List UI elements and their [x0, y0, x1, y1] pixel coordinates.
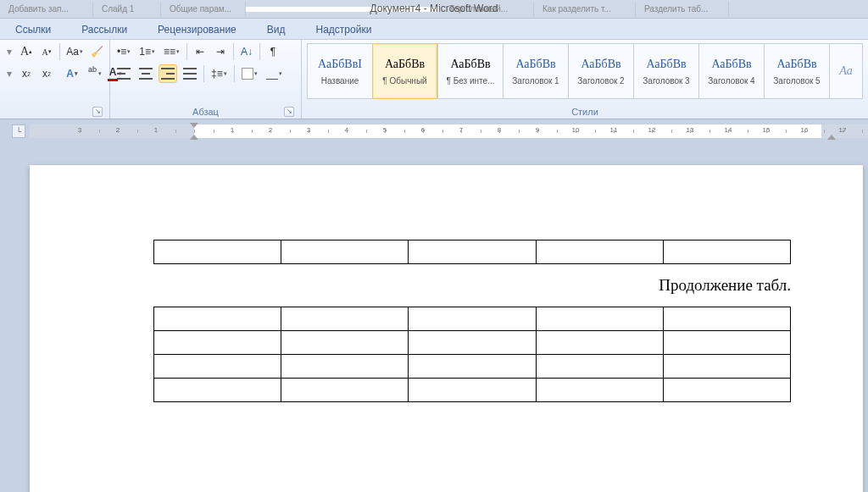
table-cell[interactable]: [409, 240, 536, 264]
document-table-1[interactable]: [153, 240, 791, 264]
style-item[interactable]: АаБбВвІНазвание: [307, 43, 372, 99]
style-item[interactable]: АаБбВв¶ Без инте...: [437, 43, 503, 99]
style-label: ¶ Без инте...: [447, 76, 495, 86]
shading-button[interactable]: ▾: [240, 65, 259, 82]
tab-selector-button[interactable]: └: [12, 124, 25, 138]
style-item[interactable]: АаБбВвЗаголовок 1: [503, 43, 568, 99]
table-cell[interactable]: [281, 307, 409, 331]
ribbon-tab-mailings[interactable]: Рассылки: [66, 20, 142, 39]
table-cell[interactable]: [663, 331, 790, 355]
continuation-caption[interactable]: Продолжение табл.: [153, 276, 791, 295]
style-label: Заголовок 1: [512, 76, 559, 86]
style-item[interactable]: АаБбВвЗаголовок 5: [764, 43, 829, 99]
style-preview: АаБбВв: [646, 58, 686, 71]
table-cell[interactable]: [281, 331, 409, 355]
text-effects-button[interactable]: A▾: [64, 65, 80, 82]
browser-tab[interactable]: Общие парам...: [161, 2, 246, 16]
clear-formatting-button[interactable]: 🧹: [89, 43, 104, 60]
table-cell[interactable]: [281, 240, 409, 264]
style-preview: Аа: [839, 64, 852, 78]
subscript-button[interactable]: x2: [19, 65, 34, 82]
table-cell[interactable]: [536, 379, 663, 402]
style-label: Заголовок 4: [708, 76, 754, 86]
browser-tab[interactable]: Как разделить т...: [534, 2, 636, 16]
style-item[interactable]: Аа: [829, 43, 863, 99]
line-spacing-button[interactable]: ‡≡▾: [209, 65, 229, 82]
browser-tab[interactable]: Добавить зап...: [0, 2, 93, 16]
ribbon-tab-addins[interactable]: Надстройки: [301, 20, 387, 39]
numbering-button[interactable]: 1≡▾: [137, 43, 157, 60]
increase-indent-button[interactable]: ⇥: [213, 43, 228, 60]
table-cell[interactable]: [663, 379, 790, 402]
borders-button[interactable]: ▾: [264, 65, 284, 82]
align-center-button[interactable]: [137, 65, 154, 82]
table-cell[interactable]: [663, 355, 790, 379]
table-cell[interactable]: [536, 240, 663, 264]
multilevel-list-button[interactable]: ≡≡▾: [162, 43, 181, 60]
table-cell[interactable]: [663, 307, 790, 331]
group-styles-title: Стили: [307, 107, 863, 117]
table-cell[interactable]: [281, 355, 409, 379]
align-justify-button[interactable]: [181, 65, 198, 82]
show-paragraph-marks-button[interactable]: ¶: [265, 43, 281, 60]
table-cell[interactable]: [536, 355, 663, 379]
style-item[interactable]: АаБбВвЗаголовок 2: [568, 43, 633, 99]
table-cell[interactable]: [154, 355, 281, 379]
style-item[interactable]: АаБбВвЗаголовок 3: [633, 43, 698, 99]
font-dialog-launcher[interactable]: ↘: [92, 107, 103, 117]
align-right-button[interactable]: [159, 65, 176, 82]
group-paragraph-title: Абзац ↘: [115, 107, 296, 117]
table-cell[interactable]: [409, 307, 536, 331]
style-label: Заголовок 3: [643, 76, 689, 86]
style-preview: АаБбВв: [385, 58, 425, 71]
ribbon-tab-links[interactable]: Ссылки: [0, 20, 66, 39]
document-table-2[interactable]: [153, 307, 791, 402]
table-cell[interactable]: [154, 379, 281, 402]
window-title: Документ4 - Microsoft Word: [370, 3, 498, 14]
page[interactable]: Продолжение табл.: [30, 165, 863, 492]
highlight-color-button[interactable]: ab▾: [85, 65, 100, 82]
style-label: ¶ Обычный: [382, 76, 426, 86]
browser-tab[interactable]: Слайд 1: [93, 2, 161, 16]
style-preview: АаБбВвІ: [318, 58, 362, 71]
bullets-button[interactable]: •≡▾: [115, 43, 132, 60]
ruler-area: └ 3211234567891011121314151617: [0, 119, 868, 140]
style-label: Заголовок 2: [577, 76, 624, 86]
styles-gallery: АаБбВвІНазваниеАаБбВв¶ ОбычныйАаБбВв¶ Бе…: [307, 43, 863, 99]
ribbon-tab-review[interactable]: Рецензирование: [142, 20, 252, 39]
table-cell[interactable]: [281, 379, 409, 402]
style-preview: АаБбВв: [711, 58, 751, 71]
group-paragraph: •≡▾ 1≡▾ ≡≡▾ ⇤ ⇥ A↓ ¶ ‡≡▾ ▾ ▾: [110, 40, 302, 119]
table-cell[interactable]: [536, 331, 663, 355]
table-cell[interactable]: [154, 307, 281, 331]
table-cell[interactable]: [154, 240, 281, 264]
style-preview: АаБбВв: [515, 58, 555, 71]
table-cell[interactable]: [409, 355, 536, 379]
style-item[interactable]: АаБбВв¶ Обычный: [372, 43, 437, 99]
style-preview: АаБбВв: [450, 58, 490, 71]
style-label: Название: [321, 76, 359, 86]
table-cell[interactable]: [154, 331, 281, 355]
sort-button[interactable]: A↓: [239, 43, 254, 60]
change-case-button[interactable]: Aa▾: [65, 43, 84, 60]
table-cell[interactable]: [409, 331, 536, 355]
align-left-button[interactable]: [115, 65, 132, 82]
horizontal-ruler[interactable]: 3211234567891011121314151617: [30, 124, 868, 138]
document-area: Продолжение табл.: [0, 140, 868, 492]
style-preview: АаБбВв: [776, 58, 816, 71]
grow-font-button[interactable]: A▴: [19, 43, 34, 60]
table-cell[interactable]: [409, 379, 536, 402]
group-font: ▾ A▴ A▾ Aa▾ 🧹 ▾ x2 x2 A▾ ab▾ A▾ ↘: [0, 40, 110, 119]
style-item[interactable]: АаБбВвЗаголовок 4: [698, 43, 764, 99]
page-content: Продолжение табл.: [30, 165, 863, 402]
table-cell[interactable]: [663, 240, 790, 264]
shrink-font-button[interactable]: A▾: [39, 43, 54, 60]
superscript-button[interactable]: x2: [39, 65, 54, 82]
style-preview: АаБбВв: [581, 58, 620, 71]
paragraph-dialog-launcher[interactable]: ↘: [284, 107, 294, 117]
first-line-indent-marker[interactable]: [190, 123, 198, 128]
browser-tab[interactable]: Разделить таб...: [636, 2, 729, 16]
table-cell[interactable]: [536, 307, 663, 331]
decrease-indent-button[interactable]: ⇤: [192, 43, 208, 60]
ribbon-tab-view[interactable]: Вид: [252, 20, 301, 39]
